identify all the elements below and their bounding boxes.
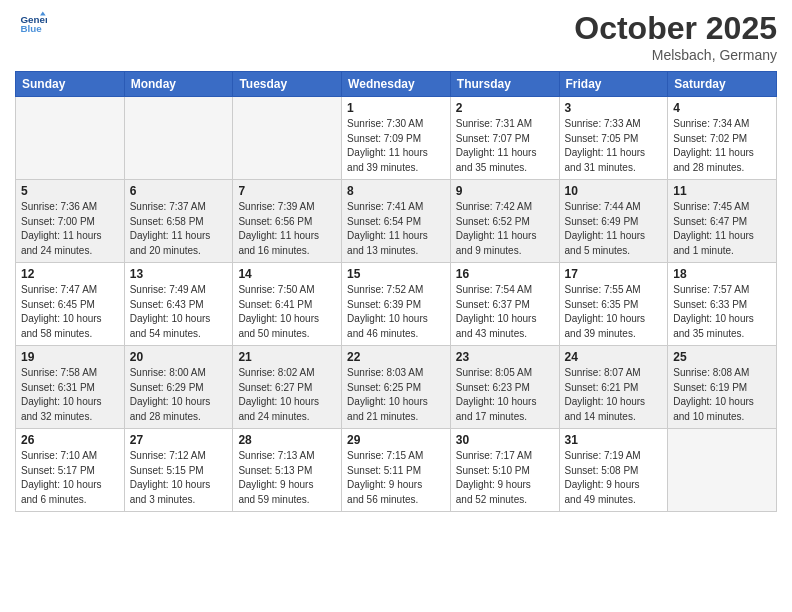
day-info: Sunrise: 7:30 AMSunset: 7:09 PMDaylight:… xyxy=(347,117,445,175)
day-info: Sunrise: 7:47 AMSunset: 6:45 PMDaylight:… xyxy=(21,283,119,341)
title-block: October 2025 Melsbach, Germany xyxy=(574,10,777,63)
day-number: 7 xyxy=(238,184,336,198)
day-cell: 8Sunrise: 7:41 AMSunset: 6:54 PMDaylight… xyxy=(342,180,451,263)
day-number: 26 xyxy=(21,433,119,447)
day-info: Sunrise: 7:42 AMSunset: 6:52 PMDaylight:… xyxy=(456,200,554,258)
day-cell: 9Sunrise: 7:42 AMSunset: 6:52 PMDaylight… xyxy=(450,180,559,263)
day-number: 2 xyxy=(456,101,554,115)
day-info: Sunrise: 7:36 AMSunset: 7:00 PMDaylight:… xyxy=(21,200,119,258)
day-cell: 12Sunrise: 7:47 AMSunset: 6:45 PMDayligh… xyxy=(16,263,125,346)
day-number: 16 xyxy=(456,267,554,281)
day-cell: 17Sunrise: 7:55 AMSunset: 6:35 PMDayligh… xyxy=(559,263,668,346)
day-info: Sunrise: 8:08 AMSunset: 6:19 PMDaylight:… xyxy=(673,366,771,424)
day-cell: 15Sunrise: 7:52 AMSunset: 6:39 PMDayligh… xyxy=(342,263,451,346)
day-info: Sunrise: 7:58 AMSunset: 6:31 PMDaylight:… xyxy=(21,366,119,424)
day-number: 9 xyxy=(456,184,554,198)
day-number: 12 xyxy=(21,267,119,281)
day-number: 28 xyxy=(238,433,336,447)
day-number: 8 xyxy=(347,184,445,198)
day-cell: 25Sunrise: 8:08 AMSunset: 6:19 PMDayligh… xyxy=(668,346,777,429)
header-row: Sunday Monday Tuesday Wednesday Thursday… xyxy=(16,72,777,97)
day-info: Sunrise: 7:41 AMSunset: 6:54 PMDaylight:… xyxy=(347,200,445,258)
day-cell: 27Sunrise: 7:12 AMSunset: 5:15 PMDayligh… xyxy=(124,429,233,512)
day-cell: 21Sunrise: 8:02 AMSunset: 6:27 PMDayligh… xyxy=(233,346,342,429)
day-info: Sunrise: 7:39 AMSunset: 6:56 PMDaylight:… xyxy=(238,200,336,258)
day-info: Sunrise: 7:10 AMSunset: 5:17 PMDaylight:… xyxy=(21,449,119,507)
day-info: Sunrise: 8:00 AMSunset: 6:29 PMDaylight:… xyxy=(130,366,228,424)
day-cell xyxy=(124,97,233,180)
day-info: Sunrise: 7:15 AMSunset: 5:11 PMDaylight:… xyxy=(347,449,445,507)
day-number: 22 xyxy=(347,350,445,364)
day-cell xyxy=(16,97,125,180)
day-number: 23 xyxy=(456,350,554,364)
day-cell: 1Sunrise: 7:30 AMSunset: 7:09 PMDaylight… xyxy=(342,97,451,180)
day-cell: 6Sunrise: 7:37 AMSunset: 6:58 PMDaylight… xyxy=(124,180,233,263)
day-number: 25 xyxy=(673,350,771,364)
day-number: 4 xyxy=(673,101,771,115)
day-info: Sunrise: 7:13 AMSunset: 5:13 PMDaylight:… xyxy=(238,449,336,507)
day-info: Sunrise: 7:52 AMSunset: 6:39 PMDaylight:… xyxy=(347,283,445,341)
day-cell: 29Sunrise: 7:15 AMSunset: 5:11 PMDayligh… xyxy=(342,429,451,512)
week-row-2: 5Sunrise: 7:36 AMSunset: 7:00 PMDaylight… xyxy=(16,180,777,263)
location: Melsbach, Germany xyxy=(574,47,777,63)
day-cell: 20Sunrise: 8:00 AMSunset: 6:29 PMDayligh… xyxy=(124,346,233,429)
day-cell: 14Sunrise: 7:50 AMSunset: 6:41 PMDayligh… xyxy=(233,263,342,346)
day-number: 27 xyxy=(130,433,228,447)
day-cell: 31Sunrise: 7:19 AMSunset: 5:08 PMDayligh… xyxy=(559,429,668,512)
day-info: Sunrise: 7:33 AMSunset: 7:05 PMDaylight:… xyxy=(565,117,663,175)
day-info: Sunrise: 7:31 AMSunset: 7:07 PMDaylight:… xyxy=(456,117,554,175)
day-number: 17 xyxy=(565,267,663,281)
header: General Blue October 2025 Melsbach, Germ… xyxy=(15,10,777,63)
day-info: Sunrise: 7:19 AMSunset: 5:08 PMDaylight:… xyxy=(565,449,663,507)
day-cell: 13Sunrise: 7:49 AMSunset: 6:43 PMDayligh… xyxy=(124,263,233,346)
day-info: Sunrise: 7:34 AMSunset: 7:02 PMDaylight:… xyxy=(673,117,771,175)
day-number: 3 xyxy=(565,101,663,115)
day-cell: 7Sunrise: 7:39 AMSunset: 6:56 PMDaylight… xyxy=(233,180,342,263)
day-number: 21 xyxy=(238,350,336,364)
col-saturday: Saturday xyxy=(668,72,777,97)
svg-text:Blue: Blue xyxy=(20,23,42,34)
day-cell: 11Sunrise: 7:45 AMSunset: 6:47 PMDayligh… xyxy=(668,180,777,263)
day-info: Sunrise: 7:49 AMSunset: 6:43 PMDaylight:… xyxy=(130,283,228,341)
day-cell: 2Sunrise: 7:31 AMSunset: 7:07 PMDaylight… xyxy=(450,97,559,180)
day-cell: 3Sunrise: 7:33 AMSunset: 7:05 PMDaylight… xyxy=(559,97,668,180)
day-number: 1 xyxy=(347,101,445,115)
day-number: 30 xyxy=(456,433,554,447)
day-cell: 4Sunrise: 7:34 AMSunset: 7:02 PMDaylight… xyxy=(668,97,777,180)
col-friday: Friday xyxy=(559,72,668,97)
day-cell xyxy=(233,97,342,180)
day-info: Sunrise: 7:17 AMSunset: 5:10 PMDaylight:… xyxy=(456,449,554,507)
day-cell: 19Sunrise: 7:58 AMSunset: 6:31 PMDayligh… xyxy=(16,346,125,429)
day-number: 24 xyxy=(565,350,663,364)
day-number: 20 xyxy=(130,350,228,364)
day-cell: 5Sunrise: 7:36 AMSunset: 7:00 PMDaylight… xyxy=(16,180,125,263)
day-info: Sunrise: 7:50 AMSunset: 6:41 PMDaylight:… xyxy=(238,283,336,341)
day-cell: 30Sunrise: 7:17 AMSunset: 5:10 PMDayligh… xyxy=(450,429,559,512)
day-number: 5 xyxy=(21,184,119,198)
day-cell: 10Sunrise: 7:44 AMSunset: 6:49 PMDayligh… xyxy=(559,180,668,263)
day-info: Sunrise: 8:02 AMSunset: 6:27 PMDaylight:… xyxy=(238,366,336,424)
day-info: Sunrise: 7:12 AMSunset: 5:15 PMDaylight:… xyxy=(130,449,228,507)
col-sunday: Sunday xyxy=(16,72,125,97)
day-number: 11 xyxy=(673,184,771,198)
day-info: Sunrise: 7:57 AMSunset: 6:33 PMDaylight:… xyxy=(673,283,771,341)
day-cell: 26Sunrise: 7:10 AMSunset: 5:17 PMDayligh… xyxy=(16,429,125,512)
day-number: 6 xyxy=(130,184,228,198)
day-number: 18 xyxy=(673,267,771,281)
day-number: 29 xyxy=(347,433,445,447)
logo: General Blue xyxy=(15,10,47,38)
month-title: October 2025 xyxy=(574,10,777,47)
col-thursday: Thursday xyxy=(450,72,559,97)
logo-icon: General Blue xyxy=(19,10,47,38)
day-info: Sunrise: 7:55 AMSunset: 6:35 PMDaylight:… xyxy=(565,283,663,341)
week-row-1: 1Sunrise: 7:30 AMSunset: 7:09 PMDaylight… xyxy=(16,97,777,180)
day-info: Sunrise: 7:37 AMSunset: 6:58 PMDaylight:… xyxy=(130,200,228,258)
day-number: 13 xyxy=(130,267,228,281)
col-tuesday: Tuesday xyxy=(233,72,342,97)
day-cell: 24Sunrise: 8:07 AMSunset: 6:21 PMDayligh… xyxy=(559,346,668,429)
week-row-4: 19Sunrise: 7:58 AMSunset: 6:31 PMDayligh… xyxy=(16,346,777,429)
day-number: 10 xyxy=(565,184,663,198)
day-cell: 18Sunrise: 7:57 AMSunset: 6:33 PMDayligh… xyxy=(668,263,777,346)
day-info: Sunrise: 7:54 AMSunset: 6:37 PMDaylight:… xyxy=(456,283,554,341)
page: General Blue October 2025 Melsbach, Germ… xyxy=(0,0,792,612)
